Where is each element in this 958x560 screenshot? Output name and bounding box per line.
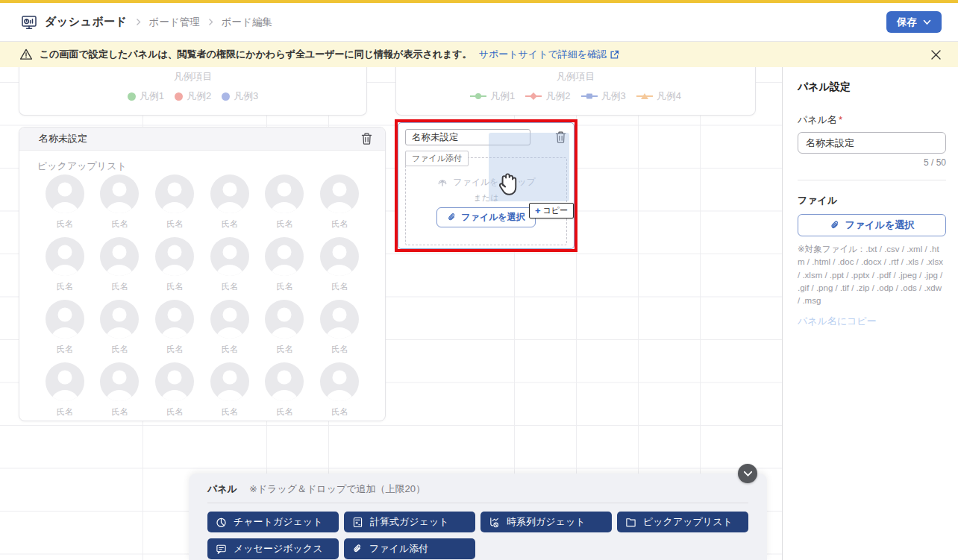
avatar (265, 362, 304, 403)
palette-button-pie-chart[interactable]: チャートガジェット (207, 512, 339, 532)
avatar (155, 237, 194, 278)
legend-label: 凡例2 (545, 89, 570, 103)
legend-label: 凡例3 (601, 89, 626, 103)
user-name-placeholder: 氏名 (166, 281, 183, 292)
file-section-label: ファイル (798, 194, 946, 207)
pickup-user-item: 氏名 (37, 362, 93, 418)
palette-button-timeline[interactable]: 時系列ガジェット (480, 512, 612, 532)
legend-square-marker (586, 94, 592, 99)
legend-item: 凡例3 (222, 89, 258, 103)
legend-line-marker (636, 95, 653, 97)
pickup-user-item: 氏名 (93, 362, 148, 418)
timeseries-widget-panel: 凡例項目 凡例1凡例2凡例3凡例4 (395, 67, 756, 116)
user-name-placeholder: 氏名 (166, 344, 183, 355)
pickup-panel-header: 名称未設定 (19, 128, 385, 151)
breadcrumb-board-management[interactable]: ボード管理 (149, 16, 200, 29)
grab-cursor-icon (493, 167, 525, 204)
warning-message: この画面で設定したパネルは、閲覧者の権限にかかわらず全ユーザーに同じ情報が表示さ… (40, 48, 472, 61)
user-name-placeholder: 氏名 (166, 218, 183, 230)
warning-icon (19, 48, 33, 61)
copy-to-panel-name-link[interactable]: パネル名にコピー (798, 315, 946, 328)
legend-label: 凡例1 (490, 89, 515, 103)
file-select-button[interactable]: ファイルを選択 (436, 207, 535, 227)
avatar (46, 174, 84, 215)
user-name-placeholder: 氏名 (111, 406, 128, 418)
palette-button-label: 計算式ガジェット (370, 515, 449, 529)
pickup-user-item: 氏名 (257, 174, 313, 230)
chart-widget-panel: 凡例項目 凡例1凡例2凡例3 (19, 67, 367, 116)
legend-triangle-marker (641, 93, 648, 99)
avatar (100, 174, 139, 215)
folder-icon (625, 517, 636, 528)
avatar (46, 300, 84, 341)
legend-dot-marker (175, 92, 183, 101)
delete-panel-icon[interactable] (360, 132, 373, 145)
palette-title-row: パネル ※ドラッグ＆ドロップで追加（上限20） (207, 482, 748, 496)
avatar (155, 300, 194, 341)
legend-item: 凡例4 (636, 89, 681, 103)
pie-chart-icon (216, 517, 227, 528)
paperclip-icon (830, 220, 840, 230)
avatar (320, 174, 359, 215)
widget-type-tag: ファイル添付 (405, 151, 469, 166)
pickup-user-item: 氏名 (257, 300, 313, 355)
selected-panel-highlight: ファイル添付 ファイルをドロップ または (395, 119, 577, 252)
save-button[interactable]: 保存 (886, 11, 942, 33)
user-name-placeholder: 氏名 (222, 218, 238, 230)
banner-close-icon[interactable] (930, 49, 942, 60)
user-name-placeholder: 氏名 (57, 406, 73, 418)
user-name-placeholder: 氏名 (276, 281, 292, 292)
avatar (320, 237, 359, 278)
user-name-placeholder: 氏名 (276, 218, 292, 230)
legend-item: 凡例1 (470, 89, 515, 103)
panel-name-label: パネル名* (798, 113, 946, 127)
legend-line-marker (470, 95, 486, 97)
user-name-placeholder: 氏名 (111, 344, 128, 355)
main-area: 凡例項目 凡例1凡例2凡例3 凡例項目 凡例1凡例2凡例3凡例4 名称未設定 (0, 67, 958, 560)
header: ダッシュボード ボード管理 ボード編集 保存 (0, 3, 958, 42)
legend-line-marker (525, 95, 542, 97)
user-name-placeholder: 氏名 (166, 406, 183, 418)
palette-divider (207, 503, 748, 503)
sidebar-file-select-button[interactable]: ファイルを選択 (798, 214, 946, 236)
pickup-user-item: 氏名 (257, 237, 313, 292)
palette-collapse-icon[interactable] (738, 464, 757, 483)
palette-button-calculator[interactable]: 計算式ガジェット (344, 512, 475, 532)
legend-dot-marker (222, 92, 230, 101)
avatar (210, 237, 249, 278)
legend-label: 凡例4 (657, 89, 681, 103)
pickup-user-item: 氏名 (93, 237, 148, 292)
page-title: ダッシュボード (45, 15, 128, 29)
palette-note: ※ドラッグ＆ドロップで追加（上限20） (249, 482, 425, 496)
breadcrumb-board-edit[interactable]: ボード編集 (222, 16, 272, 29)
pickup-list-panel: 名称未設定 ピックアップリスト 氏名氏名氏名氏名氏名氏名氏名氏名氏名氏名氏名氏名… (19, 127, 386, 421)
pickup-panel-title: 名称未設定 (39, 132, 87, 145)
dashboard-icon (21, 14, 37, 31)
palette-button-message[interactable]: メッセージボックス (207, 538, 339, 559)
pickup-avatar-grid: 氏名氏名氏名氏名氏名氏名氏名氏名氏名氏名氏名氏名氏名氏名氏名氏名氏名氏名氏名氏名… (37, 174, 367, 418)
palette-button-label: ファイル添付 (369, 542, 428, 556)
palette-button-folder[interactable]: ピックアップリスト (617, 512, 748, 532)
pickup-user-item: 氏名 (93, 300, 148, 355)
required-mark: * (839, 114, 842, 125)
user-name-placeholder: 氏名 (222, 344, 238, 355)
pickup-user-item: 氏名 (202, 362, 257, 418)
pickup-user-item: 氏名 (37, 237, 93, 292)
sidebar-file-select-label: ファイルを選択 (845, 218, 915, 232)
support-site-link[interactable]: サポートサイトで詳細を確認 (479, 48, 619, 61)
avatar (155, 174, 194, 215)
legend-item: 凡例1 (128, 89, 164, 103)
support-site-link-label: サポートサイトで詳細を確認 (479, 48, 607, 61)
avatar (46, 362, 84, 403)
file-select-label: ファイルを選択 (461, 211, 525, 224)
user-name-placeholder: 氏名 (276, 406, 292, 418)
palette-button-label: 時系列ガジェット (507, 515, 586, 529)
palette-button-paperclip[interactable]: ファイル添付 (344, 538, 475, 559)
panel-name-input[interactable] (798, 132, 946, 154)
user-name-placeholder: 氏名 (331, 218, 348, 230)
user-name-placeholder: 氏名 (331, 344, 348, 355)
char-counter: 5 / 50 (798, 157, 946, 168)
panel-settings-sidebar: パネル設定 パネル名* 5 / 50 ファイル ファイルを選択 ※対象ファイル：… (782, 67, 958, 560)
external-link-icon (610, 50, 619, 60)
copy-drag-badge: + コピー (529, 203, 574, 218)
